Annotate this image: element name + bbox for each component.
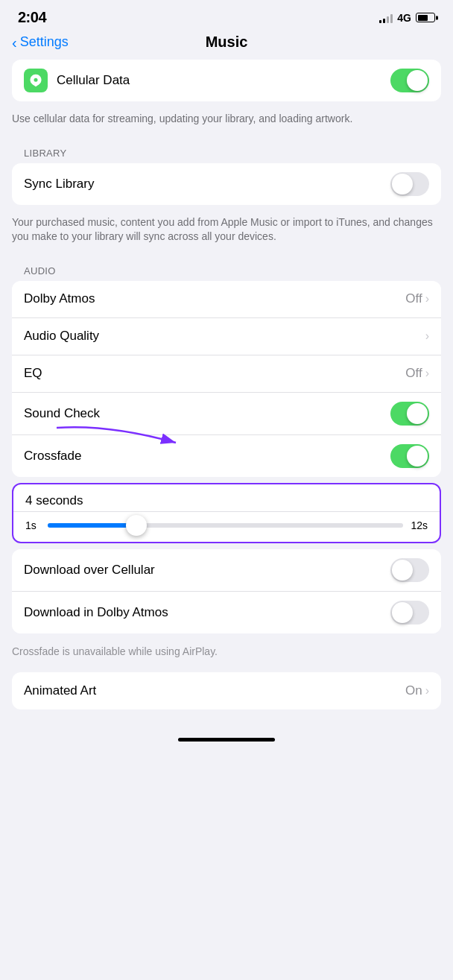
eq-chevron: › [425,367,429,380]
audio-quality-chevron: › [425,329,429,343]
audio-settings-card: Dolby Atmos Off › Audio Quality › EQ Off… [12,281,441,477]
download-dolby-toggle[interactable] [390,601,429,625]
nav-bar: ‹ Settings Music [0,31,453,60]
slider-fill [48,523,136,528]
animated-art-chevron: › [425,684,429,698]
cellular-data-row: Cellular Data [12,60,441,101]
dolby-atmos-chevron: › [425,292,429,306]
cellular-data-description: Use cellular data for streaming, updatin… [0,107,453,136]
page-title: Music [206,34,248,51]
eq-label: EQ [24,366,405,381]
slider-max-label: 12s [411,519,428,531]
download-dolby-row: Download in Dolby Atmos [12,592,441,633]
dolby-atmos-label: Dolby Atmos [24,291,405,306]
sync-library-label: Sync Library [24,177,390,192]
download-cellular-row: Download over Cellular [12,549,441,592]
cellular-data-label: Cellular Data [57,73,390,88]
slider-track[interactable] [48,523,403,528]
cellular-data-toggle[interactable] [390,69,429,92]
sound-check-label: Sound Check [24,406,390,421]
download-cellular-label: Download over Cellular [24,563,390,578]
animated-art-value: On [405,683,422,698]
audio-section-label: AUDIO [0,253,453,281]
sync-library-card: Sync Library [12,163,441,205]
back-button[interactable]: ‹ Settings [12,34,69,50]
signal-icon [379,13,393,23]
sync-library-description: Your purchased music, content you add fr… [0,211,453,253]
crossfade-seconds: 4 seconds [13,484,440,512]
library-section-label: LIBRARY [0,136,453,163]
home-indicator [0,730,453,746]
network-type: 4G [397,12,411,24]
home-bar [178,738,275,742]
airplay-note: Crossfade is unavailable while using Air… [0,639,453,666]
crossfade-row: Crossfade [12,435,441,477]
slider-thumb[interactable] [126,515,147,536]
cellular-data-card: Cellular Data [12,60,441,101]
sync-library-row: Sync Library [12,163,441,205]
battery-icon [416,13,435,22]
audio-quality-row[interactable]: Audio Quality › [12,318,441,355]
slider-row: 1s 12s [13,512,440,542]
crossfade-toggle[interactable] [390,444,429,468]
svg-point-0 [34,78,38,82]
back-label: Settings [20,34,69,50]
sync-library-toggle[interactable] [390,172,429,196]
status-bar: 2:04 4G [0,0,453,31]
sound-check-row: Sound Check [12,393,441,435]
sound-check-toggle[interactable] [390,402,429,426]
crossfade-label: Crossfade [24,449,390,464]
cellular-icon [24,69,48,92]
audio-quality-label: Audio Quality [24,329,425,344]
animated-art-label: Animated Art [24,683,405,698]
status-time: 2:04 [18,9,46,26]
slider-min-label: 1s [25,519,40,531]
download-dolby-label: Download in Dolby Atmos [24,605,390,620]
status-icons: 4G [379,12,435,24]
settings-content: Cellular Data Use cellular data for stre… [0,60,453,730]
eq-row[interactable]: EQ Off › [12,355,441,393]
chevron-left-icon: ‹ [12,35,17,50]
crossfade-slider-section: 4 seconds 1s 12s [12,483,441,543]
animated-art-card: Animated Art On › [12,672,441,709]
download-settings-card: Download over Cellular Download in Dolby… [12,549,441,633]
dolby-atmos-row[interactable]: Dolby Atmos Off › [12,281,441,318]
eq-value: Off [405,366,422,381]
animated-art-row[interactable]: Animated Art On › [12,672,441,709]
download-cellular-toggle[interactable] [390,558,429,582]
dolby-atmos-value: Off [405,291,422,306]
